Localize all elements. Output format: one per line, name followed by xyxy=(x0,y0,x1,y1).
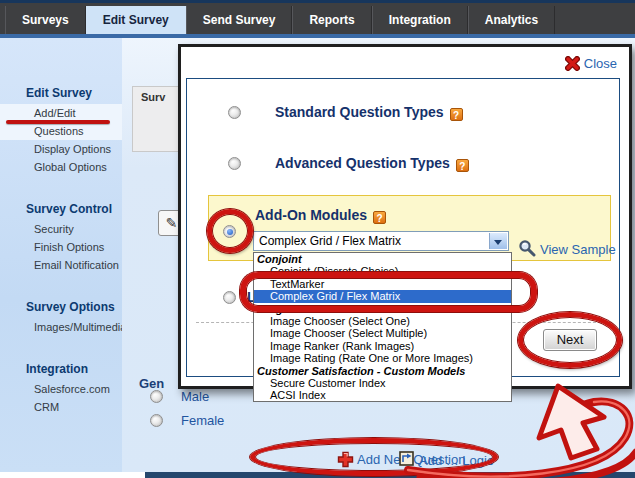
panel-footer-bar xyxy=(145,472,635,478)
sidebar-section-title: Edit Survey xyxy=(0,86,122,100)
pencil-icon: ✎ xyxy=(166,215,178,231)
sidebar-section-survey-control: Survey ControlSecurityFinish OptionsEmai… xyxy=(0,202,122,274)
select-question-type-dialog: Close Standard Question Types? Advanced … xyxy=(178,44,632,389)
dropdown-option-conjoint-discrete-choice[interactable]: Conjoint (Discrete Choice) xyxy=(254,265,511,277)
tab-integration[interactable]: Integration xyxy=(372,6,468,34)
standard-types-radio[interactable] xyxy=(228,106,241,119)
sidebar-item-global-options[interactable]: Global Options xyxy=(0,158,122,176)
standard-types-row: Standard Question Types? xyxy=(275,104,463,121)
dropdown-option-image-chooser-select-multiple[interactable]: Image Chooser (Select Multiple) xyxy=(254,327,511,339)
nav-tabs: SurveysEdit SurveySend SurveyReportsInte… xyxy=(5,6,555,34)
sidebar-item-images-multimedia[interactable]: Images/Multimedia xyxy=(0,318,122,336)
app-window: SurveysEdit SurveySend SurveyReportsInte… xyxy=(0,0,635,478)
help-icon[interactable]: ? xyxy=(456,159,469,172)
advanced-types-radio[interactable] xyxy=(228,157,241,170)
close-icon xyxy=(565,56,580,71)
fourth-option-radio[interactable] xyxy=(223,291,236,304)
sidebar-section-integration: IntegrationSalesforce.com CRM xyxy=(0,362,122,416)
sidebar-item-add-edit-questions[interactable]: Add/Edit Questions xyxy=(0,104,122,140)
sidebar-item-salesforce-com-crm[interactable]: Salesforce.com CRM xyxy=(0,380,122,416)
dropdown-option-image-multimedia: Image/Multimedia xyxy=(254,303,511,315)
top-nav-bar: SurveysEdit SurveySend SurveyReportsInte… xyxy=(0,0,635,38)
dropdown-option-image-rating-rate-one-or-more-images[interactable]: Image Rating (Rate One or More Images) xyxy=(254,352,511,364)
addon-modules-row: Add-On Modules? xyxy=(255,207,386,224)
survey-box-label: Surv xyxy=(141,91,165,103)
help-icon[interactable]: ? xyxy=(450,108,463,121)
female-radio[interactable] xyxy=(150,414,163,427)
dropdown-option-customer-satisfaction-custom-models: Customer Satisfaction - Custom Models xyxy=(254,365,511,377)
add-plus-icon xyxy=(337,451,354,468)
dropdown-option-secure-customer-index[interactable]: Secure Customer Index xyxy=(254,377,511,389)
sidebar-item-display-options[interactable]: Display Options xyxy=(0,140,122,158)
male-radio[interactable] xyxy=(150,390,163,403)
dropdown-arrow-icon[interactable] xyxy=(489,233,507,249)
sidebar-section-title: Survey Options xyxy=(0,300,122,314)
tab-analytics[interactable]: Analytics xyxy=(468,6,555,34)
dropdown-option-image-ranker-rank-images[interactable]: Image Ranker (Rank Images) xyxy=(254,340,511,352)
annotation-red-underline xyxy=(6,120,110,124)
tab-send-survey[interactable]: Send Survey xyxy=(186,6,293,34)
advanced-types-row: Advanced Question Types? xyxy=(275,155,469,172)
sidebar-section-survey-options: Survey OptionsImages/Multimedia xyxy=(0,300,122,336)
sidebar-item-email-notification[interactable]: Email Notification xyxy=(0,256,122,274)
advanced-types-label: Advanced Question Types xyxy=(275,155,450,171)
tab-surveys[interactable]: Surveys xyxy=(5,6,86,34)
close-control[interactable]: Close xyxy=(565,56,617,71)
sidebar-section-edit-survey: Edit SurveyAdd/Edit QuestionsDisplay Opt… xyxy=(0,86,122,176)
addon-modules-label: Add-On Modules xyxy=(255,207,367,223)
sidebar-section-title: Survey Control xyxy=(0,202,122,216)
male-label: Male xyxy=(181,389,209,404)
addon-dropdown-list: ConjointConjoint (Discrete Choice)TextMa… xyxy=(253,252,512,402)
sidebar-item-security[interactable]: Security xyxy=(0,220,122,238)
next-button[interactable]: Next xyxy=(543,329,597,351)
addon-select-value: Complex Grid / Flex Matrix xyxy=(259,234,401,248)
dropdown-option-complex-grid-flex-matrix[interactable]: Complex Grid / Flex Matrix xyxy=(254,290,511,302)
sidebar: Edit SurveyAdd/Edit QuestionsDisplay Opt… xyxy=(0,38,122,472)
sidebar-section-title: Integration xyxy=(0,362,122,376)
female-label: Female xyxy=(181,413,224,428)
standard-types-label: Standard Question Types xyxy=(275,104,444,120)
dropdown-option-acsi-index[interactable]: ACSI Index xyxy=(254,389,511,401)
dropdown-option-conjoint: Conjoint xyxy=(254,253,511,265)
dropdown-option-textmarker[interactable]: TextMarker xyxy=(254,278,511,290)
add-logic-link[interactable]: Add … Logic xyxy=(419,453,493,468)
question-title: Gen xyxy=(139,376,164,391)
view-sample-link[interactable]: View Sample xyxy=(540,242,616,257)
tab-reports[interactable]: Reports xyxy=(292,6,371,34)
addon-module-select[interactable]: Complex Grid / Flex Matrix xyxy=(253,231,509,251)
logic-icon xyxy=(399,451,414,466)
help-icon[interactable]: ? xyxy=(373,211,386,224)
dropdown-option-image-chooser-select-one[interactable]: Image Chooser (Select One) xyxy=(254,315,511,327)
tab-edit-survey[interactable]: Edit Survey xyxy=(86,6,186,34)
close-link[interactable]: Close xyxy=(584,56,617,71)
magnifier-icon xyxy=(518,239,537,258)
sidebar-item-finish-options[interactable]: Finish Options xyxy=(0,238,122,256)
addon-modules-radio[interactable] xyxy=(223,225,236,238)
